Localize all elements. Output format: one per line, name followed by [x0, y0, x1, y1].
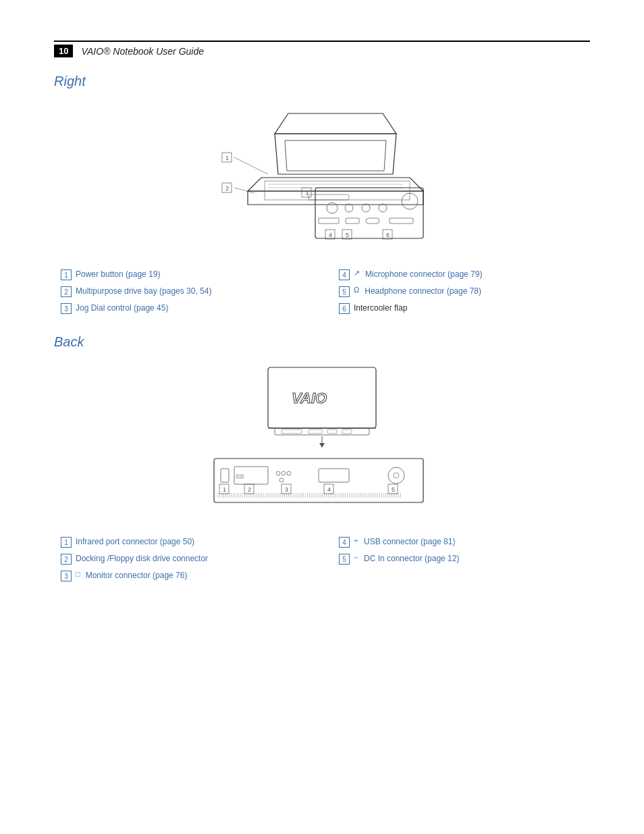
dc-icon: ⎓: [354, 553, 358, 561]
svg-rect-16: [315, 188, 423, 238]
svg-rect-45: [221, 469, 229, 482]
svg-rect-38: [281, 429, 302, 434]
svg-marker-0: [275, 113, 396, 134]
back-section-title: Back: [54, 334, 590, 350]
svg-marker-4: [248, 191, 423, 205]
svg-point-49: [281, 471, 286, 475]
svg-text:4: 4: [327, 486, 331, 493]
svg-marker-1: [275, 134, 396, 174]
svg-text:1: 1: [225, 155, 229, 161]
svg-text:2: 2: [248, 486, 251, 493]
monitor-icon: □: [76, 570, 80, 578]
svg-marker-43: [319, 443, 325, 448]
mic-icon: ↗: [354, 269, 360, 278]
svg-point-19: [362, 204, 370, 212]
right-diagram: 1 2: [54, 100, 590, 255]
svg-text:4: 4: [329, 232, 332, 238]
svg-point-48: [276, 471, 280, 475]
svg-text:||||||||||||||||||||||||||||||: ||||||||||||||||||||||||||||||||||||||||…: [217, 492, 402, 498]
right-section: Right: [54, 74, 590, 315]
svg-text:5: 5: [392, 486, 395, 493]
right-item-2: 2 Multipurpose drive bay (pages 30, 54): [61, 284, 312, 298]
svg-point-20: [379, 204, 387, 212]
right-item-5: 5 Ω Headphone connector (page 78): [339, 284, 590, 298]
right-section-title: Right: [54, 74, 590, 89]
svg-rect-24: [366, 218, 379, 224]
svg-rect-23: [346, 218, 359, 224]
svg-rect-39: [308, 429, 322, 434]
right-item-3: 3 Jog Dial control (page 45): [61, 301, 312, 315]
page-container: 10 VAIO® Notebook User Guide Right: [0, 0, 644, 834]
svg-point-50: [287, 471, 291, 475]
headphone-icon: Ω: [354, 286, 359, 294]
svg-text:6: 6: [386, 232, 390, 238]
right-diagram-svg: 1 2: [207, 100, 437, 255]
svg-text:3: 3: [305, 190, 308, 197]
svg-rect-5: [265, 181, 410, 200]
right-item-1: 1 Power button (page 19): [61, 267, 312, 282]
page-title: VAIO® Notebook User Guide: [81, 46, 204, 57]
back-diagram-svg: VAIO: [207, 361, 437, 523]
back-item-1: 1 Infrared port connector (page 50): [61, 535, 312, 549]
svg-rect-40: [327, 429, 337, 434]
right-item-6: 6 Intercooler flap: [339, 301, 590, 315]
svg-text:5: 5: [346, 232, 349, 238]
svg-rect-25: [390, 218, 413, 224]
svg-text:2: 2: [225, 185, 229, 192]
svg-rect-52: [319, 469, 349, 482]
back-item-2: 2 Docking /Floppy disk drive connector: [61, 552, 312, 566]
back-item-5: 5 ⎓ DC In connector (page 12): [339, 552, 590, 566]
usb-icon: ⌁: [354, 536, 358, 545]
back-section: Back VAIO: [54, 334, 590, 583]
svg-text:3: 3: [285, 486, 288, 493]
svg-marker-2: [285, 140, 386, 171]
back-diagram: VAIO: [54, 361, 590, 523]
page-header: 10 VAIO® Notebook User Guide: [54, 41, 590, 57]
svg-line-10: [234, 157, 268, 174]
svg-point-54: [394, 473, 399, 478]
svg-point-18: [345, 204, 353, 212]
back-item-3: 3 □ Monitor connector (page 76): [61, 569, 312, 583]
svg-point-53: [388, 467, 404, 484]
right-item-4: 4 ↗ Microphone connector (page 79): [339, 267, 590, 282]
svg-text:1: 1: [223, 486, 226, 493]
page-number: 10: [54, 45, 73, 57]
back-item-4: 4 ⌁ USB connector (page 81): [339, 535, 590, 549]
svg-text:VAIO: VAIO: [292, 390, 327, 407]
svg-rect-41: [342, 429, 352, 434]
svg-line-13: [234, 188, 254, 193]
svg-point-51: [279, 478, 284, 482]
back-items-grid: 1 Infrared port connector (page 50) 4 ⌁ …: [54, 535, 590, 583]
svg-text:|||||||: |||||||: [236, 473, 244, 479]
svg-rect-22: [319, 218, 339, 224]
right-items-grid: 1 Power button (page 19) 4 ↗ Microphone …: [54, 267, 590, 315]
svg-rect-9: [308, 194, 349, 200]
